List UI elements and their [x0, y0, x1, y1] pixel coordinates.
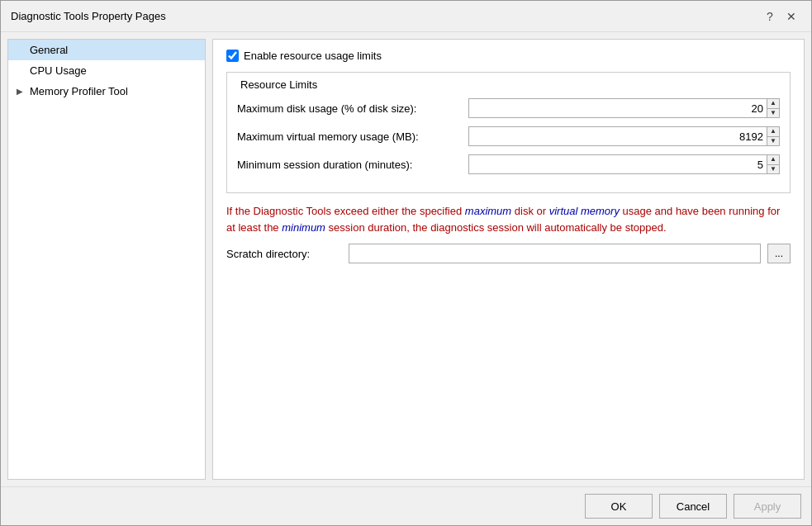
max-virtual-spinner: ▲ ▼ [468, 126, 780, 146]
min-session-label: Minimum session duration (minutes): [237, 159, 468, 171]
max-virtual-input[interactable] [468, 126, 767, 146]
dialog-window: Diagnostic Tools Property Pages ? ✕ Gene… [0, 0, 812, 526]
sidebar-item-general[interactable]: General [8, 40, 205, 60]
close-button[interactable]: ✕ [781, 7, 801, 26]
sidebar-item-memory-profiler[interactable]: ▶ Memory Profiler Tool [8, 81, 205, 102]
info-text-part2: disk or [511, 205, 549, 217]
apply-button[interactable]: Apply [734, 494, 801, 519]
min-session-spinner-btns: ▲ ▼ [767, 154, 780, 174]
min-session-input[interactable] [468, 154, 767, 174]
content-panel: Enable resource usage limits Resource Li… [212, 39, 805, 480]
sidebar: General CPU Usage ▶ Memory Profiler Tool [7, 39, 206, 480]
min-session-row: Minimum session duration (minutes): ▲ ▼ [237, 154, 780, 174]
enable-checkbox-row: Enable resource usage limits [226, 50, 791, 62]
dialog-title: Diagnostic Tools Property Pages [11, 10, 166, 22]
max-disk-row: Maximum disk usage (% of disk size): ▲ ▼ [237, 98, 780, 118]
info-text-virtual: virtual memory [549, 205, 620, 217]
scratch-directory-input[interactable] [349, 244, 761, 263]
sidebar-label-cpu: CPU Usage [30, 64, 87, 77]
max-disk-spinner: ▲ ▼ [468, 98, 780, 118]
sidebar-label-memory: Memory Profiler Tool [30, 85, 128, 97]
info-text-part1: If the Diagnostic Tools exceed either th… [226, 205, 465, 217]
max-disk-up-btn[interactable]: ▲ [767, 99, 779, 108]
max-disk-label: Maximum disk usage (% of disk size): [237, 102, 468, 115]
dialog-body: General CPU Usage ▶ Memory Profiler Tool… [1, 32, 811, 486]
content-area: Enable resource usage limits Resource Li… [212, 39, 805, 480]
dialog-footer: OK Cancel Apply [1, 486, 811, 525]
max-disk-down-btn[interactable]: ▼ [767, 108, 779, 118]
min-session-down-btn[interactable]: ▼ [767, 164, 779, 174]
title-bar: Diagnostic Tools Property Pages ? ✕ [1, 1, 811, 32]
sidebar-label-general: General [30, 44, 68, 56]
cancel-button[interactable]: Cancel [659, 494, 727, 519]
help-button[interactable]: ? [760, 7, 780, 26]
info-text: If the Diagnostic Tools exceed either th… [226, 203, 791, 235]
resource-limits-legend: Resource Limits [237, 78, 780, 91]
max-virtual-spinner-btns: ▲ ▼ [767, 126, 780, 146]
scratch-directory-label: Scratch directory: [226, 248, 342, 260]
enable-resource-limits-checkbox[interactable] [226, 50, 239, 62]
ok-button[interactable]: OK [585, 494, 653, 519]
max-virtual-label: Maximum virtual memory usage (MB): [237, 130, 468, 143]
max-disk-spinner-btns: ▲ ▼ [767, 98, 780, 118]
resource-limits-group: Resource Limits Maximum disk usage (% of… [226, 72, 791, 193]
expand-icon-memory: ▶ [17, 87, 26, 96]
browse-button[interactable]: ... [767, 244, 791, 263]
info-text-part4: session duration, the diagnostics sessio… [325, 221, 667, 234]
min-session-spinner: ▲ ▼ [468, 154, 780, 174]
title-bar-buttons: ? ✕ [760, 7, 801, 26]
max-virtual-up-btn[interactable]: ▲ [767, 127, 779, 136]
max-disk-input[interactable] [468, 98, 767, 118]
min-session-up-btn[interactable]: ▲ [767, 155, 779, 164]
info-text-maximum: maximum [465, 205, 511, 217]
scratch-directory-row: Scratch directory: ... [226, 244, 791, 263]
max-virtual-down-btn[interactable]: ▼ [767, 136, 779, 146]
enable-resource-limits-label[interactable]: Enable resource usage limits [244, 50, 382, 62]
info-text-minimum: minimum [282, 221, 325, 234]
max-virtual-row: Maximum virtual memory usage (MB): ▲ ▼ [237, 126, 780, 146]
sidebar-item-cpu-usage[interactable]: CPU Usage [8, 60, 205, 81]
